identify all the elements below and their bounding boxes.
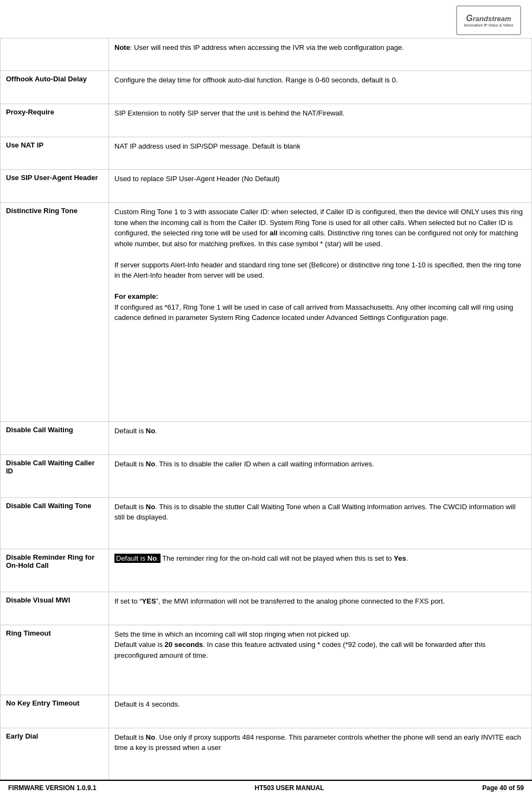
row-content: Default is No. This is to disable the ca…	[109, 454, 532, 497]
table-row: Offhook Auto-Dial Delay Configure the de…	[1, 71, 532, 104]
row-content: Default is 4 seconds.	[109, 695, 532, 728]
row-content: Configure the delay time for offhook aut…	[109, 71, 532, 104]
row-label: Disable Reminder Ring for On-Hold Call	[1, 549, 109, 592]
row-content: Custom Ring Tone 1 to 3 with associate C…	[109, 203, 532, 422]
row-content: If set to “YES”, the MWI information wil…	[109, 592, 532, 625]
table-row: Disable Call Waiting Caller ID Default i…	[1, 454, 532, 497]
table-row: Ring Timeout Sets the time in which an i…	[1, 625, 532, 695]
row-label: Proxy-Require	[1, 104, 109, 137]
row-content: NAT IP address used in SIP/SDP message. …	[109, 137, 532, 170]
row-content: Default is No.	[109, 422, 532, 455]
header: Grandstream Innovative IP Voice & Video	[0, 0, 532, 39]
row-content: Default is No. This is to disable the st…	[109, 497, 532, 549]
table-row: Disable Reminder Ring for On-Hold Call D…	[1, 549, 532, 592]
row-label: Use NAT IP	[1, 137, 109, 170]
footer-firmware: FIRMWARE VERSION 1.0.9.1	[8, 784, 97, 792]
table-row: No Key Entry Timeout Default is 4 second…	[1, 695, 532, 728]
row-content: SIP Extension to notify SIP server that …	[109, 104, 532, 137]
table-row: Note: User will need this IP address whe…	[1, 39, 532, 71]
table-row: Proxy-Require SIP Extension to notify SI…	[1, 104, 532, 137]
row-content: Note: User will need this IP address whe…	[109, 39, 532, 71]
row-label: Offhook Auto-Dial Delay	[1, 71, 109, 104]
footer-page: Page 40 of 59	[482, 784, 524, 792]
page-footer: FIRMWARE VERSION 1.0.9.1 HT503 USER MANU…	[0, 780, 532, 795]
table-row: Early Dial Default is No. Use only if pr…	[1, 728, 532, 779]
row-label: Use SIP User-Agent Header	[1, 170, 109, 203]
row-content: Default is No. Use only if proxy support…	[109, 728, 532, 779]
table-row: Disable Call Waiting Tone Default is No.…	[1, 497, 532, 549]
row-content: Sets the time in which an incoming call …	[109, 625, 532, 695]
logo-tagline: Innovative IP Voice & Video	[464, 23, 513, 27]
table-row: Distinctive Ring Tone Custom Ring Tone 1…	[1, 203, 532, 422]
row-label: Disable Visual MWI	[1, 592, 109, 625]
table-row: Use NAT IP NAT IP address used in SIP/SD…	[1, 137, 532, 170]
row-label: Early Dial	[1, 728, 109, 779]
page-wrapper: Grandstream Innovative IP Voice & Video …	[0, 0, 532, 795]
row-label: Disable Call Waiting Tone	[1, 497, 109, 549]
row-label	[1, 39, 109, 71]
table-row: Disable Call Waiting Default is No.	[1, 422, 532, 455]
footer-manual: HT503 USER MANUAL	[254, 784, 324, 792]
row-label: No Key Entry Timeout	[1, 695, 109, 728]
table-row: Use SIP User-Agent Header Used to replac…	[1, 170, 532, 203]
row-label: Disable Call Waiting Caller ID	[1, 454, 109, 497]
row-label: Disable Call Waiting	[1, 422, 109, 455]
row-label: Distinctive Ring Tone	[1, 203, 109, 422]
row-content: Used to replace SIP User-Agent Header (N…	[109, 170, 532, 203]
grandstream-logo: Grandstream Innovative IP Voice & Video	[456, 5, 521, 35]
table-row: Disable Visual MWI If set to “YES”, the …	[1, 592, 532, 625]
content-table: Note: User will need this IP address whe…	[0, 39, 532, 780]
row-content: Default is No. The reminder ring for the…	[109, 549, 532, 592]
row-label: Ring Timeout	[1, 625, 109, 695]
